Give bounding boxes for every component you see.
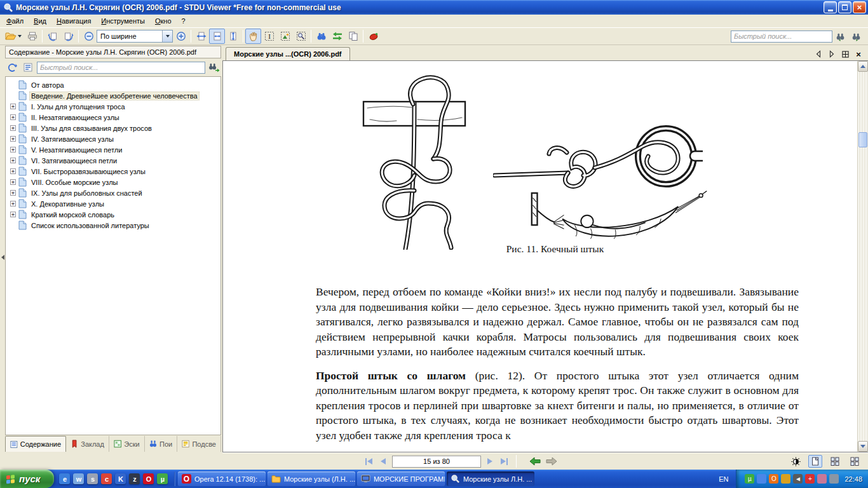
tree-item-label[interactable]: VI. Затягивающиеся петли <box>29 156 119 165</box>
page-indicator-input[interactable] <box>392 456 481 468</box>
tab-bookmarks[interactable]: Заклад <box>66 436 109 452</box>
tab-thumbnails[interactable]: Эски <box>109 436 145 452</box>
tree-item[interactable]: + IX. Узлы для рыболовных снастей <box>6 187 220 198</box>
tree-item[interactable]: + Введение. Древнейшее изобретение челов… <box>6 90 220 101</box>
text-select-button[interactable]: I <box>261 29 277 44</box>
tree-item[interactable]: + VII. Быстроразвязывающиеся узлы <box>6 166 220 177</box>
tree-item[interactable]: + II. Незатягивающиеся узлы <box>6 112 220 123</box>
tree-item-label[interactable]: Введение. Древнейшее изобретение человеч… <box>29 92 200 100</box>
tree-item[interactable]: + X. Декоративные узлы <box>6 198 220 209</box>
scrollbar-track[interactable] <box>858 72 868 441</box>
tray-icon[interactable]: + <box>805 474 815 484</box>
find-previous-button[interactable] <box>832 29 848 44</box>
menu-item[interactable]: Вид <box>29 16 51 27</box>
quick-launch-icon[interactable]: µ <box>157 473 168 484</box>
tray-icon[interactable]: ◄ <box>793 474 803 484</box>
tree-expander-icon[interactable]: + <box>10 179 16 185</box>
zoom-in-button[interactable] <box>173 29 189 44</box>
quick-launch-icon[interactable]: e <box>59 473 70 484</box>
start-button[interactable]: пуск <box>0 470 54 488</box>
single-page-layout-button[interactable] <box>808 455 822 468</box>
tree-item-label[interactable]: I. Узлы для утолщения троса <box>29 102 127 111</box>
fit-height-button[interactable] <box>225 29 241 44</box>
zoom-select-button[interactable] <box>293 29 309 44</box>
quick-launch-icon[interactable]: z <box>129 473 140 484</box>
compare-arrows-button[interactable] <box>329 29 345 44</box>
tree-item-label[interactable]: IV. Затягивающиеся узлы <box>29 135 116 144</box>
menu-item[interactable]: Окно <box>150 16 177 27</box>
sidebar-search-go-button[interactable] <box>207 61 221 74</box>
tree-item[interactable]: + VI. Затягивающиеся петли <box>6 155 220 166</box>
history-forward-button[interactable] <box>546 457 557 466</box>
document-tab[interactable]: Морские узлы ...(OCR) 2006.pdf <box>226 47 350 60</box>
pdf-page[interactable]: Рис. 11. Коечный штык Вечером, перед отб… <box>223 61 857 452</box>
image-select-button[interactable] <box>277 29 293 44</box>
tree-item[interactable]: + IV. Затягивающиеся узлы <box>6 133 220 144</box>
scroll-down-button[interactable] <box>858 441 868 452</box>
tray-icon[interactable] <box>757 474 766 484</box>
rotate-left-button[interactable] <box>44 29 60 44</box>
tree-expander-icon[interactable]: + <box>10 201 16 207</box>
tree-item[interactable]: + Список использованной литературы <box>6 220 220 231</box>
tree-item[interactable]: + Краткий морской словарь <box>6 209 220 220</box>
close-button[interactable]: × <box>853 1 866 13</box>
tree-item-label[interactable]: VII. Быстроразвязывающиеся узлы <box>29 167 147 176</box>
quick-launch-icon[interactable]: s <box>87 473 98 484</box>
tree-item-label[interactable]: От автора <box>29 81 66 90</box>
zoom-out-button[interactable] <box>81 29 97 44</box>
refresh-contents-button[interactable] <box>5 61 19 74</box>
vertical-scrollbar[interactable] <box>857 61 868 452</box>
previous-page-button[interactable] <box>379 456 388 466</box>
tree-expander-icon[interactable]: + <box>10 104 16 109</box>
tree-expander-icon[interactable]: + <box>10 212 16 217</box>
tree-item-label[interactable]: III. Узлы для связывания двух тросов <box>29 124 154 133</box>
quick-search-input[interactable] <box>731 30 832 43</box>
tree-item[interactable]: + VIII. Особые морские узлы <box>6 177 220 187</box>
tree-item-label[interactable]: II. Незатягивающиеся узлы <box>29 113 121 122</box>
tray-icon[interactable] <box>829 474 839 484</box>
quick-launch-icon[interactable]: c <box>101 473 112 484</box>
minimize-button[interactable] <box>824 1 837 13</box>
sidebar-collapse-handle[interactable] <box>0 45 5 470</box>
quick-launch-icon[interactable]: O <box>143 473 154 484</box>
task-folder[interactable]: Морские узлы (Л.Н. ... <box>268 471 355 486</box>
open-document-button[interactable] <box>3 29 24 44</box>
close-tab-button[interactable]: × <box>854 50 863 58</box>
tab-highlights[interactable]: Подсве <box>177 436 221 452</box>
quick-launch-icon[interactable]: w <box>73 473 84 484</box>
menu-item[interactable]: ? <box>177 16 191 27</box>
print-button[interactable] <box>24 29 40 44</box>
search-binoculars-button[interactable] <box>313 29 329 44</box>
tree-expander-icon[interactable]: + <box>10 158 16 163</box>
tray-icon[interactable] <box>781 474 790 484</box>
tree-expander-icon[interactable]: + <box>10 190 16 196</box>
hand-tool-button[interactable] <box>245 29 261 44</box>
history-back-button[interactable] <box>529 457 541 466</box>
tray-icon[interactable]: O <box>769 474 778 484</box>
find-next-button[interactable] <box>848 29 864 44</box>
first-page-button[interactable] <box>363 456 374 467</box>
export-pages-button[interactable] <box>345 29 361 44</box>
sidebar-search-input[interactable] <box>37 62 205 74</box>
fit-page-button[interactable] <box>209 29 225 44</box>
menu-item[interactable]: Инструменты <box>96 16 150 27</box>
open-dropdown-icon[interactable] <box>18 35 22 37</box>
task-stdu-viewer[interactable]: Морские узлы Л.Н. ... <box>447 471 534 486</box>
tree-expander-icon[interactable]: + <box>10 168 16 174</box>
task-programs-window[interactable]: МОРСКИЕ ПРОГРАММЫ <box>357 471 445 486</box>
tree-expander-icon[interactable]: + <box>10 114 16 120</box>
tab-list-button[interactable] <box>841 50 850 58</box>
restore-button[interactable] <box>838 1 851 13</box>
tree-expander-icon[interactable]: + <box>10 136 16 142</box>
tree-item[interactable]: + V. Незатягивающиеся петли <box>6 144 220 155</box>
tray-icon[interactable] <box>817 474 827 484</box>
fit-width-button[interactable] <box>193 29 209 44</box>
tree-item-label[interactable]: Краткий морской словарь <box>29 210 116 219</box>
tree-item-label[interactable]: Список использованной литературы <box>29 221 151 230</box>
tree-item-label[interactable]: VIII. Особые морские узлы <box>29 178 119 187</box>
zoom-mode-combobox[interactable]: По ширине <box>97 30 173 43</box>
taskbar-clock[interactable]: 22:48 <box>844 475 862 483</box>
task-opera[interactable]: O Opera 12.14 (1738): ... <box>178 471 266 486</box>
tree-expander-icon[interactable]: + <box>10 147 16 152</box>
tree-item[interactable]: + I. Узлы для утолщения троса <box>6 101 220 112</box>
